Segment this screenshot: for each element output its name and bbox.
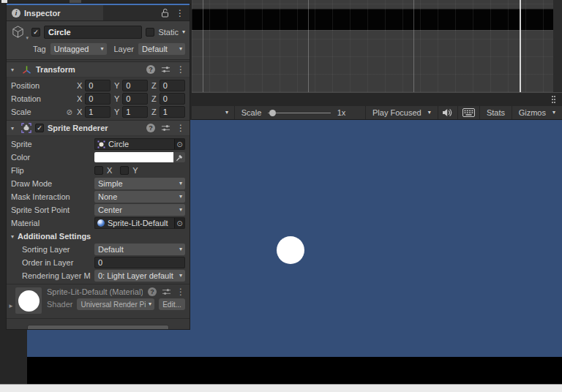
rotation-z-field[interactable]: 0	[160, 93, 185, 105]
color-swatch[interactable]	[94, 152, 173, 162]
axis-label: X	[77, 81, 82, 90]
gameobject-name-field[interactable]: Circle	[44, 26, 142, 39]
kebab-menu-icon[interactable]: ⋮	[176, 9, 184, 18]
kebab-menu-icon[interactable]: ⋮	[176, 65, 185, 74]
object-picker-icon[interactable]: ⊙	[174, 138, 185, 150]
gameobject-icon[interactable]: ▾	[11, 25, 28, 39]
draw-mode-dropdown[interactable]: Simple ▾	[94, 178, 185, 189]
transform-header[interactable]: ▾ Transform ? ⋮	[7, 61, 190, 78]
slider-knob[interactable]	[269, 110, 276, 116]
game-view-toolbar: ▾ Scale 1x Play Focused ▾	[192, 106, 562, 120]
transform-title: Transform	[36, 65, 75, 74]
play-focused-label: Play Focused	[372, 108, 422, 117]
material-preview-thumbnail[interactable]	[15, 287, 42, 314]
foldout-icon[interactable]: ►	[8, 303, 14, 309]
layer-value: Default	[138, 45, 176, 53]
presets-icon[interactable]	[162, 287, 171, 296]
chevron-down-icon: ▾	[176, 207, 185, 213]
rendering-layer-mask-label: Rendering Layer M	[11, 271, 94, 280]
help-icon[interactable]: ?	[146, 65, 155, 74]
foldout-icon[interactable]: ▾	[11, 233, 18, 240]
sprite-sort-point-dropdown[interactable]: Center ▾	[94, 204, 185, 216]
tab-inspector[interactable]: i Inspector	[7, 5, 103, 20]
active-checkbox[interactable]: ✓	[31, 28, 40, 37]
help-icon[interactable]: ?	[146, 124, 155, 132]
material-value: Sprite-Lit-Default	[108, 219, 168, 227]
axis-label: Z	[151, 108, 157, 116]
gizmos-dropdown[interactable]: Gizmos ▾	[512, 106, 562, 119]
material-object-field[interactable]: Sprite-Lit-Default ⊙	[94, 217, 185, 229]
draw-mode-row: Draw Mode Simple ▾	[7, 177, 190, 190]
position-y-field[interactable]: 0	[122, 80, 148, 91]
transform-rotation-row: Rotation X0 Y0 Z0	[7, 92, 190, 105]
circle-sprite	[277, 236, 304, 264]
input-debug-button[interactable]	[458, 106, 479, 119]
stats-button[interactable]: Stats	[480, 106, 512, 119]
order-in-layer-field[interactable]: 0	[94, 257, 185, 268]
flip-x-checkbox[interactable]	[94, 166, 103, 175]
scale-x-field[interactable]: 1	[85, 106, 110, 118]
foldout-icon[interactable]: ▾	[11, 67, 18, 73]
rotation-x-field[interactable]: 0	[85, 93, 110, 105]
rendering-layer-mask-dropdown[interactable]: 0: Light Layer default ▾	[94, 270, 185, 282]
sprite-renderer-header[interactable]: ▾ ✓ Sprite Renderer ? ⋮	[7, 120, 190, 136]
sorting-layer-label: Sorting Layer	[11, 245, 94, 254]
game-view-letterbox	[27, 357, 562, 384]
material-label: Material	[11, 219, 94, 227]
mute-audio-button[interactable]	[438, 106, 457, 119]
transform-scale-row: Scale ⊘ X1 Y1 Z1	[7, 105, 190, 118]
grid-right-strip	[553, 0, 562, 92]
axis-label: Y	[114, 81, 119, 90]
playhead-line[interactable]	[520, 0, 521, 92]
additional-settings-foldout[interactable]: ▾ Additional Settings	[7, 230, 190, 243]
static-dropdown-caret-icon[interactable]: ▾	[182, 29, 185, 35]
speaker-icon	[442, 108, 453, 117]
sprite-sort-point-label: Sprite Sort Point	[11, 206, 94, 214]
help-icon[interactable]: ?	[148, 287, 157, 296]
foldout-icon[interactable]: ▾	[11, 125, 18, 132]
sorting-layer-dropdown[interactable]: Default ▾	[94, 244, 185, 255]
eyedropper-button[interactable]	[173, 152, 185, 162]
scale-z-field[interactable]: 1	[160, 106, 185, 118]
chevron-down-icon: ▾	[176, 181, 185, 186]
position-x-field[interactable]: 0	[85, 80, 110, 91]
static-label: Static	[158, 28, 179, 37]
scale-slider[interactable]	[268, 109, 330, 116]
sprite-label: Sprite	[11, 140, 94, 148]
sprite-field-row: Sprite Circle ⊙	[7, 137, 190, 151]
shader-dropdown[interactable]: Universal Render Pip ▾	[77, 298, 154, 310]
presets-icon[interactable]	[161, 65, 171, 74]
position-z-field[interactable]: 0	[160, 80, 185, 91]
slider-track	[268, 113, 330, 113]
mask-interaction-dropdown[interactable]: None ▾	[94, 191, 185, 203]
sprite-sort-point-row: Sprite Sort Point Center ▾	[7, 203, 190, 216]
display-dropdown-caret-icon[interactable]: ▾	[225, 110, 228, 116]
timeline-grid-panel[interactable]	[192, 0, 562, 93]
add-component-button[interactable]: Add Component	[27, 325, 169, 330]
presets-icon[interactable]	[161, 124, 171, 132]
drag-handle-icon[interactable]	[552, 96, 553, 97]
static-checkbox[interactable]	[146, 28, 154, 37]
grid-major-line	[308, 0, 309, 92]
sprite-object-field[interactable]: Circle ⊙	[94, 138, 185, 150]
mask-interaction-value: None	[94, 192, 176, 201]
scale-y-field[interactable]: 1	[122, 106, 148, 118]
sorting-layer-row: Sorting Layer Default ▾	[7, 243, 190, 256]
edit-shader-button[interactable]: Edit...	[159, 298, 185, 310]
additional-settings-label: Additional Settings	[18, 232, 91, 241]
component-enabled-checkbox[interactable]: ✓	[35, 124, 44, 132]
rotation-y-field[interactable]: 0	[122, 93, 148, 105]
layer-dropdown[interactable]: Default ▾	[138, 43, 185, 55]
kebab-menu-icon[interactable]: ⋮	[176, 124, 185, 132]
sprite-renderer-title: Sprite Renderer	[48, 124, 108, 132]
kebab-menu-icon[interactable]: ⋮	[176, 287, 185, 296]
object-picker-icon[interactable]: ⊙	[174, 217, 185, 229]
flip-y-checkbox[interactable]	[120, 166, 129, 175]
play-focused-dropdown[interactable]: Play Focused ▾	[366, 106, 438, 119]
rotation-label: Rotation	[11, 94, 41, 103]
unlock-icon[interactable]	[161, 8, 169, 18]
tag-dropdown[interactable]: Untagged ▾	[50, 43, 107, 55]
color-field-row: Color	[7, 151, 190, 164]
flip-field-row: Flip X Y	[7, 164, 190, 177]
unlink-constraint-icon[interactable]: ⊘	[67, 108, 72, 116]
